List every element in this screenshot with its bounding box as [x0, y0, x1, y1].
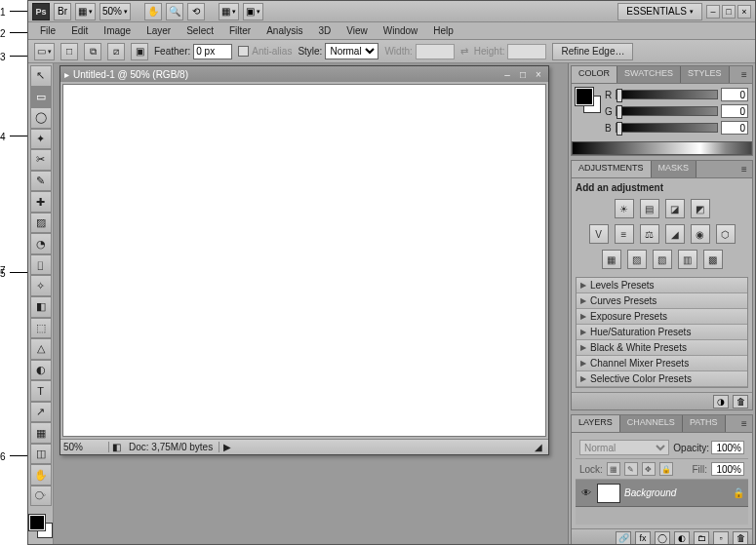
status-docinfo[interactable]: Doc: 3,75M/0 bytes [123, 442, 219, 452]
adj-curves-icon[interactable]: ◪ [665, 199, 685, 218]
layer-mask-icon[interactable]: ◯ [655, 531, 670, 545]
view-extras-button[interactable]: ▦ [75, 3, 96, 20]
feather-input[interactable] [193, 44, 232, 59]
tool-pen[interactable]: ◐ [30, 360, 52, 381]
selection-add-icon[interactable]: ⧉ [84, 43, 101, 60]
preset-bw[interactable]: ▶Black & White Presets [577, 340, 747, 356]
doc-restore-button[interactable]: □ [517, 68, 529, 80]
layer-name[interactable]: Background [624, 487, 729, 498]
selection-subtract-icon[interactable]: ⧄ [107, 43, 125, 60]
preset-curves[interactable]: ▶Curves Presets [577, 293, 747, 309]
adj-invert-icon[interactable]: ▦ [602, 250, 621, 269]
tool-marquee[interactable]: ▭ [30, 87, 52, 108]
g-slider[interactable] [616, 106, 718, 116]
lock-transparency-icon[interactable]: ▦ [607, 462, 620, 476]
tab-channels[interactable]: CHANNELS [620, 415, 683, 432]
adj-exposure-icon[interactable]: ◩ [691, 199, 710, 218]
tab-swatches[interactable]: SWATCHES [617, 66, 681, 83]
menu-edit[interactable]: Edit [63, 23, 96, 38]
close-button[interactable]: × [737, 5, 751, 19]
zoom-tool-button[interactable]: 🔍 [166, 3, 183, 20]
hand-tool-button[interactable]: ✋ [144, 3, 162, 20]
tool-move[interactable]: ↖ [30, 65, 52, 87]
color-panel-swatch[interactable] [576, 88, 601, 113]
lock-all-icon[interactable]: 🔒 [659, 462, 673, 476]
maximize-button[interactable]: □ [722, 5, 736, 19]
app-logo-icon[interactable]: Ps [32, 3, 50, 20]
preset-selective-color[interactable]: ▶Selective Color Presets [577, 371, 747, 387]
visibility-toggle-icon[interactable]: 👁 [579, 487, 593, 500]
selection-new-icon[interactable]: □ [60, 43, 78, 60]
menu-layer[interactable]: Layer [139, 23, 179, 38]
layer-row-background[interactable]: 👁 Background 🔒 [576, 480, 748, 507]
tool-gradient[interactable]: ◧ [30, 296, 52, 318]
adj-gradient-map-icon[interactable]: ▥ [678, 250, 697, 269]
adj-channel-mixer-icon[interactable]: ⬡ [716, 224, 736, 244]
layers-panel-menu-icon[interactable]: ≡ [736, 415, 752, 432]
tool-preset-picker[interactable]: ▭ [34, 43, 55, 60]
bridge-button[interactable]: Br [54, 3, 71, 20]
tool-eyedropper[interactable]: ✎ [30, 171, 52, 192]
adj-brightness-icon[interactable]: ☀ [615, 199, 634, 218]
minimize-button[interactable]: – [706, 5, 720, 19]
tool-shape[interactable]: ▦ [30, 422, 52, 444]
status-menu-arrow[interactable]: ▶ [219, 442, 235, 452]
foreground-background-swatch[interactable] [29, 515, 53, 537]
color-panel-menu-icon[interactable]: ≡ [736, 66, 752, 83]
adj-clip-icon[interactable]: ◑ [713, 395, 729, 409]
tool-brush[interactable]: ▨ [30, 213, 52, 234]
new-layer-icon[interactable]: ▫ [713, 531, 729, 545]
preset-hue[interactable]: ▶Hue/Saturation Presets [577, 325, 747, 340]
tool-magic-wand[interactable]: ✦ [30, 129, 52, 150]
menu-window[interactable]: Window [376, 23, 426, 38]
tab-color[interactable]: COLOR [572, 66, 617, 83]
status-zoom[interactable]: 50% [60, 442, 109, 452]
lock-position-icon[interactable]: ✥ [642, 462, 656, 476]
link-layers-icon[interactable]: 🔗 [616, 531, 631, 545]
tool-eraser[interactable]: ✧ [30, 275, 52, 296]
adj-posterize-icon[interactable]: ▨ [627, 250, 647, 269]
tab-adjustments[interactable]: ADJUSTMENTS [572, 161, 652, 177]
style-select[interactable]: Normal [325, 43, 378, 59]
adj-vibrance-icon[interactable]: V [589, 224, 609, 244]
adj-threshold-icon[interactable]: ▧ [653, 250, 672, 269]
document-titlebar[interactable]: ▸ Untitled-1 @ 50% (RGB/8) – □ × [60, 66, 548, 82]
new-group-icon[interactable]: 🗀 [694, 531, 709, 545]
b-input[interactable] [721, 121, 748, 135]
adj-hue-icon[interactable]: ≡ [615, 224, 634, 244]
layer-thumbnail[interactable] [597, 484, 620, 503]
menu-analysis[interactable]: Analysis [259, 23, 310, 38]
adj-photo-filter-icon[interactable]: ◉ [691, 224, 710, 244]
color-ramp[interactable] [572, 141, 752, 155]
adj-selective-color-icon[interactable]: ▩ [703, 250, 723, 269]
delete-layer-icon[interactable]: 🗑 [733, 531, 748, 545]
tool-history-brush[interactable]: ⌷ [30, 254, 52, 276]
menu-file[interactable]: File [32, 23, 63, 38]
r-slider[interactable] [616, 90, 718, 99]
tab-masks[interactable]: MASKS [652, 161, 697, 177]
arrange-documents-button[interactable]: ▦ [219, 3, 239, 20]
tool-dodge[interactable]: △ [30, 338, 52, 360]
tool-lasso[interactable]: ◯ [30, 107, 52, 129]
menu-filter[interactable]: Filter [221, 23, 259, 38]
adjustments-panel-menu-icon[interactable]: ≡ [736, 161, 752, 177]
tool-path-selection[interactable]: ↗ [30, 402, 52, 423]
rotate-view-button[interactable]: ⟲ [187, 3, 205, 20]
tool-clone[interactable]: ◔ [30, 233, 52, 254]
menu-3d[interactable]: 3D [310, 23, 338, 38]
preset-channel-mixer[interactable]: ▶Channel Mixer Presets [577, 356, 747, 371]
preset-exposure[interactable]: ▶Exposure Presets [577, 309, 747, 325]
doc-minimize-button[interactable]: – [501, 68, 513, 80]
tool-zoom[interactable]: ⧂ [30, 486, 52, 507]
fill-input[interactable] [711, 462, 744, 476]
adj-color-balance-icon[interactable]: ⚖ [640, 224, 659, 244]
tab-paths[interactable]: PATHS [683, 415, 726, 432]
tool-hand[interactable]: ✋ [30, 464, 52, 486]
refine-edge-button[interactable]: Refine Edge… [552, 43, 633, 60]
tab-layers[interactable]: LAYERS [572, 415, 620, 432]
tool-type[interactable]: T [30, 380, 52, 402]
opacity-input[interactable] [711, 441, 744, 454]
tool-healing[interactable]: ✚ [30, 191, 52, 213]
menu-select[interactable]: Select [179, 23, 221, 38]
adj-levels-icon[interactable]: ▤ [640, 199, 659, 218]
